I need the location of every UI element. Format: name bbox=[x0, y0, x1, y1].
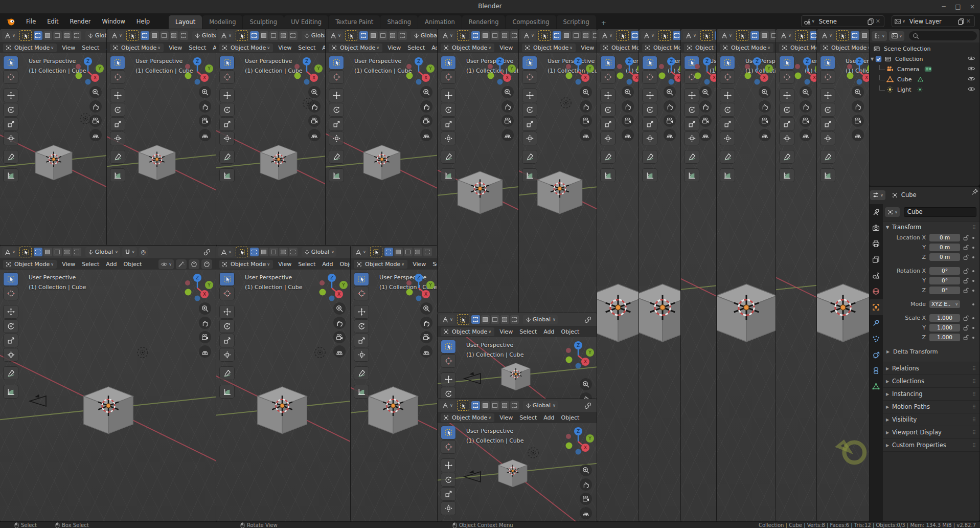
select-mode-buttons[interactable] bbox=[384, 248, 433, 256]
object-name-field[interactable]: Cube bbox=[904, 207, 976, 217]
measure-tool-button[interactable] bbox=[4, 385, 18, 398]
blender-logo-icon[interactable] bbox=[6, 17, 15, 26]
measure-tool-button[interactable] bbox=[780, 169, 794, 182]
menu-add[interactable]: Add bbox=[543, 414, 554, 421]
transform-tool-button[interactable] bbox=[780, 132, 794, 145]
drag-handle-icon[interactable]: ⠿ bbox=[972, 443, 976, 448]
pan-hand-icon[interactable] bbox=[699, 100, 712, 113]
transform-orientation-dropdown[interactable]: Global∨ bbox=[192, 31, 216, 40]
perspective-toggle-icon[interactable] bbox=[199, 129, 211, 141]
select-mode-4[interactable] bbox=[63, 248, 72, 256]
menu-help[interactable]: Help bbox=[131, 16, 155, 27]
navigation-gizmo[interactable]: Z X Y bbox=[790, 56, 817, 87]
pan-hand-icon[interactable] bbox=[580, 100, 592, 113]
outliner-row-light[interactable]: Light bbox=[869, 84, 979, 95]
properties-tab-modifiers[interactable] bbox=[869, 315, 883, 331]
camera-object[interactable] bbox=[461, 469, 482, 484]
editor-type-button[interactable]: ∨ bbox=[719, 31, 734, 40]
zoom-icon[interactable] bbox=[89, 86, 102, 98]
camera-view-icon[interactable] bbox=[852, 115, 864, 127]
cursor-tool-button[interactable] bbox=[110, 71, 125, 83]
perspective-toggle-icon[interactable] bbox=[759, 129, 771, 141]
camera-view-icon[interactable] bbox=[420, 331, 432, 343]
viewport-canvas[interactable]: User Perspective (1) Collection | Cube Z… bbox=[817, 53, 869, 521]
light-object[interactable] bbox=[135, 345, 150, 360]
pan-hand-icon[interactable] bbox=[580, 478, 592, 491]
measure-tool-button[interactable] bbox=[720, 169, 735, 182]
section-viewport-display[interactable]: ▶Viewport Display⠿ bbox=[883, 426, 979, 439]
zoom-icon[interactable] bbox=[308, 86, 321, 98]
rotate-tool-button[interactable] bbox=[220, 103, 234, 116]
annotate-tool-button[interactable] bbox=[720, 150, 735, 163]
select-box-button[interactable] bbox=[441, 426, 455, 439]
menu-select[interactable]: Select bbox=[298, 45, 315, 51]
navigation-gizmo[interactable]: Z X Y bbox=[315, 273, 349, 303]
rotate-tool-button[interactable] bbox=[354, 320, 369, 333]
location-x-field[interactable]: 0 m bbox=[929, 234, 960, 241]
select-box-button[interactable] bbox=[4, 273, 18, 285]
active-tool-button[interactable] bbox=[345, 30, 357, 41]
properties-tab-output[interactable] bbox=[869, 236, 883, 252]
move-tool-button[interactable] bbox=[354, 305, 369, 318]
breadcrumb-object-name[interactable]: Cube bbox=[901, 191, 917, 199]
menu-add[interactable]: Add bbox=[213, 45, 216, 51]
menu-view[interactable]: View bbox=[581, 45, 594, 51]
cursor-tool-button[interactable] bbox=[4, 71, 18, 83]
workspace-tab-sculpting[interactable]: Sculpting bbox=[243, 15, 284, 29]
camera-view-icon[interactable] bbox=[664, 115, 676, 127]
navigation-gizmo[interactable]: Z X Y bbox=[561, 56, 595, 87]
perspective-toggle-icon[interactable] bbox=[622, 129, 634, 141]
measure-tool-button[interactable] bbox=[354, 385, 369, 398]
camera-view-icon[interactable] bbox=[420, 115, 432, 127]
cube-object[interactable] bbox=[30, 138, 77, 185]
minimize-button[interactable]: ─ bbox=[937, 2, 950, 11]
perspective-toggle-icon[interactable] bbox=[199, 345, 211, 358]
link-icon[interactable] bbox=[201, 247, 213, 257]
perspective-toggle-icon[interactable] bbox=[800, 129, 812, 141]
mode-dropdown[interactable]: Object Mode∨ bbox=[219, 260, 273, 269]
cube-object[interactable] bbox=[133, 138, 180, 185]
transform-orientation-dropdown[interactable]: Global∨ bbox=[85, 247, 120, 257]
move-tool-button[interactable] bbox=[220, 89, 234, 102]
drag-handle-icon[interactable]: ⠿ bbox=[972, 391, 976, 397]
navigation-gizmo[interactable]: Z X Y bbox=[180, 273, 214, 303]
select-mode-buttons[interactable] bbox=[34, 31, 82, 40]
shading-solid-button[interactable] bbox=[189, 259, 199, 269]
active-tool-button[interactable] bbox=[736, 30, 748, 41]
animate-dot-button[interactable] bbox=[972, 303, 974, 305]
select-box-button[interactable] bbox=[220, 273, 234, 285]
outliner-row-collection[interactable]: ▼Collection bbox=[869, 54, 979, 64]
measure-tool-button[interactable] bbox=[522, 169, 537, 182]
properties-tab-tool[interactable] bbox=[869, 204, 883, 220]
menu-add[interactable]: Add bbox=[106, 261, 117, 268]
rotate-tool-button[interactable] bbox=[643, 103, 657, 116]
cube-object[interactable] bbox=[451, 162, 509, 219]
select-box-button[interactable] bbox=[329, 56, 344, 69]
select-mode-1[interactable] bbox=[250, 248, 259, 256]
move-tool-button[interactable] bbox=[780, 89, 794, 102]
rotate-tool-button[interactable] bbox=[4, 103, 18, 116]
viewport-canvas[interactable]: User Perspective (1) Collection | Cube Z… bbox=[0, 270, 216, 521]
select-mode-buttons[interactable] bbox=[673, 31, 681, 40]
scale-x-field[interactable]: 1.000 bbox=[929, 314, 960, 322]
hide-eye-icon[interactable] bbox=[967, 55, 975, 61]
measure-tool-button[interactable] bbox=[601, 169, 615, 182]
transform-tool-button[interactable] bbox=[720, 132, 735, 145]
pan-hand-icon[interactable] bbox=[308, 100, 321, 113]
move-tool-button[interactable] bbox=[329, 89, 344, 102]
select-mode-5[interactable] bbox=[289, 31, 298, 40]
section-custom-properties[interactable]: ▶Custom Properties⠿ bbox=[883, 439, 979, 452]
select-mode-1[interactable] bbox=[471, 315, 480, 324]
select-mode-4[interactable] bbox=[170, 31, 178, 40]
annotate-tool-button[interactable] bbox=[354, 367, 369, 380]
navigation-gizmo[interactable]: Z X Y bbox=[561, 340, 595, 371]
animate-dot-button[interactable] bbox=[972, 237, 974, 239]
editor-type-button[interactable]: ∨ bbox=[683, 31, 698, 40]
select-mode-4[interactable] bbox=[500, 401, 509, 410]
transform-tool-button[interactable] bbox=[522, 132, 537, 145]
zoom-icon[interactable] bbox=[580, 464, 592, 476]
annotate-tool-button[interactable] bbox=[4, 150, 18, 163]
rotate-tool-button[interactable] bbox=[441, 473, 455, 486]
zoom-icon[interactable] bbox=[420, 86, 432, 98]
active-tool-button[interactable] bbox=[538, 30, 551, 41]
